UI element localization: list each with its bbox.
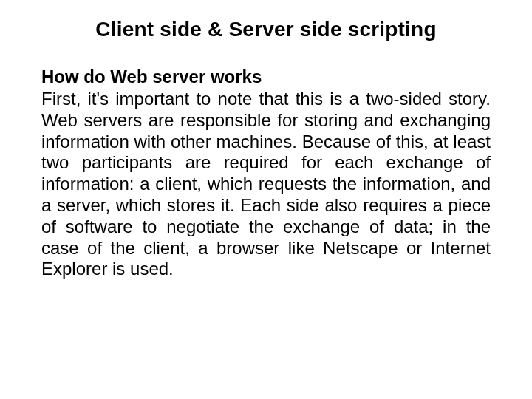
- section-heading: How do Web server works: [41, 66, 491, 87]
- slide: Client side & Server side scripting How …: [0, 0, 532, 399]
- page-title: Client side & Server side scripting: [41, 18, 491, 41]
- body-paragraph: First, it's important to note that this …: [41, 89, 491, 280]
